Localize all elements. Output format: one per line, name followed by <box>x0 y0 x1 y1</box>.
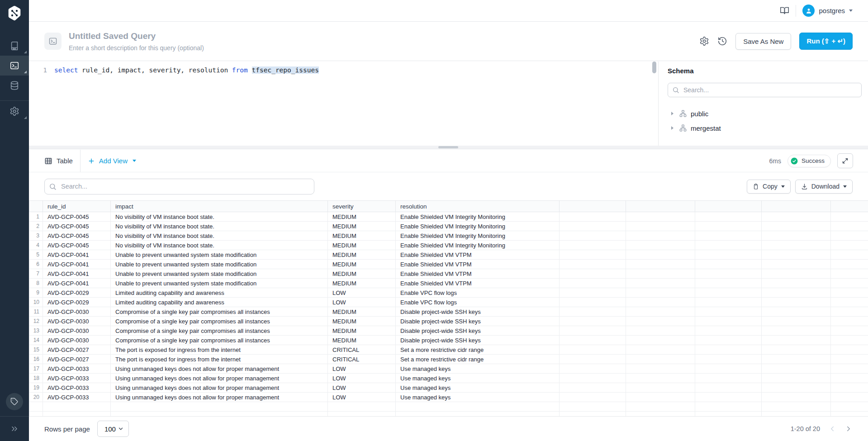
cell-empty <box>695 383 762 393</box>
pagination-range: 1-20 of 20 <box>791 425 820 432</box>
cell: MEDIUM <box>328 307 396 317</box>
history-icon[interactable] <box>717 36 727 46</box>
cell: AVD-GCP-0033 <box>43 383 111 393</box>
cell-empty <box>560 374 626 383</box>
settings-gear-icon[interactable] <box>699 36 709 46</box>
panel-resize-handle[interactable] <box>29 146 868 149</box>
sidebar-item-data[interactable] <box>0 76 29 95</box>
results-search-input[interactable] <box>44 179 314 194</box>
cell-empty <box>762 231 831 241</box>
cell-empty <box>396 412 560 417</box>
cell: AVD-GCP-0041 <box>43 269 111 279</box>
cell: AVD-GCP-0041 <box>43 250 111 260</box>
sidebar-collapse-button[interactable] <box>0 419 29 439</box>
cell: Enable Shielded VM Integrity Monitoring <box>396 231 560 241</box>
save-as-new-button[interactable]: Save As New <box>735 33 791 50</box>
rows-per-page-select[interactable]: 100 <box>97 421 129 437</box>
cell-empty <box>831 402 868 412</box>
download-button[interactable]: Download <box>795 180 853 194</box>
resize-grip[interactable] <box>438 146 458 148</box>
cell-empty <box>762 241 831 250</box>
cell-empty <box>762 402 831 412</box>
cell-empty <box>762 212 831 222</box>
row-number: 9 <box>29 288 43 298</box>
cell-empty <box>626 336 695 345</box>
next-page-button[interactable] <box>844 425 853 433</box>
cell: Enable Shielded VM VTPM <box>396 260 560 269</box>
cell-empty <box>831 412 868 417</box>
add-view-button[interactable]: Add View <box>88 157 136 165</box>
tab-table-label: Table <box>57 157 73 165</box>
table-row: 12AVD-GCP-0030Compromise of a single key… <box>29 317 868 326</box>
docs-book-icon[interactable] <box>780 6 789 15</box>
cell: AVD-GCP-0030 <box>43 336 111 345</box>
run-button[interactable]: Run (⇧ + ↵) <box>799 33 853 50</box>
clipboard-icon <box>753 183 759 190</box>
cell-empty <box>831 355 868 364</box>
column-header-empty <box>560 201 626 212</box>
cell: MEDIUM <box>328 279 396 288</box>
tab-table[interactable]: Table <box>44 157 73 165</box>
sidebar-item-queries[interactable] <box>0 56 29 76</box>
database-icon <box>9 81 19 90</box>
submenu-corner-indicator <box>24 116 27 119</box>
schema-tree: public mergestat <box>668 106 861 135</box>
sidebar-item-settings[interactable] <box>0 101 29 121</box>
cell: Enable VPC flow logs <box>396 288 560 298</box>
cell-empty <box>560 231 626 241</box>
table-row: 14AVD-GCP-0030Compromise of a single key… <box>29 336 868 345</box>
tag-icon <box>6 393 23 410</box>
cell-empty <box>626 402 695 412</box>
cell-empty <box>831 212 868 222</box>
gear-icon <box>9 106 19 116</box>
table-row: 19AVD-GCP-0033Using unmanaged keys does … <box>29 383 868 393</box>
cell-empty <box>695 307 762 317</box>
cell-empty <box>626 260 695 269</box>
cell-empty <box>695 355 762 364</box>
cell-empty <box>762 383 831 393</box>
check-circle-icon <box>790 157 798 165</box>
editor-scrollbar[interactable] <box>652 62 656 73</box>
cell-empty <box>762 307 831 317</box>
query-header: Untitled Saved Query Enter a short descr… <box>29 22 868 61</box>
cell: MEDIUM <box>328 222 396 231</box>
cell-empty <box>626 355 695 364</box>
cell-empty <box>695 250 762 260</box>
table-header-row: rule_idimpactseverityresolution <box>29 201 868 212</box>
cell-empty <box>762 393 831 402</box>
cell-empty <box>831 250 868 260</box>
column-header-empty <box>626 201 695 212</box>
cell: MEDIUM <box>328 326 396 336</box>
mergestat-logo-icon[interactable] <box>6 5 23 21</box>
cell: Set a more restrictive cidr range <box>396 355 560 364</box>
cell: CRITICAL <box>328 355 396 364</box>
cell-empty <box>695 212 762 222</box>
schema-search-input[interactable] <box>668 83 862 97</box>
cell-empty <box>762 326 831 336</box>
previous-page-button[interactable] <box>828 425 836 433</box>
cell: Disable project-wide SSH keys <box>396 307 560 317</box>
query-description[interactable]: Enter a short description for this query… <box>69 44 692 52</box>
query-title[interactable]: Untitled Saved Query <box>69 31 692 41</box>
row-number <box>29 412 43 417</box>
status-label: Success <box>802 157 825 164</box>
cell-empty <box>831 307 868 317</box>
cell-empty <box>626 383 695 393</box>
user-menu[interactable]: postgres <box>802 5 853 17</box>
sql-editor[interactable]: 1 select rule_id, impact, severity, reso… <box>29 62 658 146</box>
schema-tree-item-public[interactable]: public <box>668 106 861 121</box>
schema-panel-title: Schema <box>668 67 861 75</box>
copy-button[interactable]: Copy <box>747 180 791 194</box>
row-number: 10 <box>29 298 43 307</box>
chevron-down-icon <box>781 185 785 188</box>
sidebar-item-tags[interactable] <box>0 392 29 412</box>
cell-empty <box>328 412 396 417</box>
cell: AVD-GCP-0041 <box>43 279 111 288</box>
sidebar-item-repos[interactable] <box>0 36 29 56</box>
expand-results-button[interactable] <box>837 153 853 168</box>
schema-tree-item-mergestat[interactable]: mergestat <box>668 121 861 135</box>
plus-icon <box>88 157 95 165</box>
cell-empty <box>626 279 695 288</box>
cell-empty <box>626 317 695 326</box>
table-grid-icon <box>44 157 52 165</box>
